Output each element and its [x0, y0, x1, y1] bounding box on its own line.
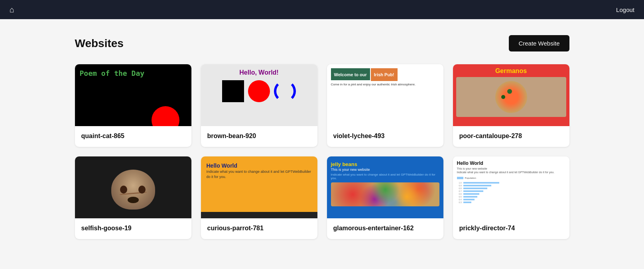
chart-bar: [463, 188, 487, 189]
header-green: Welcome to our: [331, 68, 370, 80]
card-name: prickly-director-74: [453, 218, 569, 239]
page-title: Websites: [75, 37, 124, 50]
card-preview: [75, 156, 191, 218]
card-preview: Hello World This is your new website Ind…: [453, 156, 569, 218]
preview-title: Hello, World!: [239, 69, 278, 76]
preview-title: Germanos: [495, 67, 527, 75]
shape-blue-bracket: [274, 80, 296, 102]
website-card-selfish-goose-19[interactable]: selfish-goose-19: [75, 156, 191, 239]
preview-shapes: [222, 80, 296, 102]
chart-row: 0.8: [457, 187, 565, 190]
chart-bar: [463, 185, 491, 186]
main-content: Websites Create Website Poem of the Day …: [43, 19, 601, 255]
chart-bar: [463, 202, 471, 203]
navbar: ⌂ Logout: [0, 0, 644, 19]
website-card-poor-cantaloupe-278[interactable]: Germanos poor-cantaloupe-278: [453, 64, 569, 147]
chart-bars: 1.0 0.9 0.8 0.7 0.6 0.5 0.4 0.3: [457, 182, 565, 204]
preview-title: Poem of the Day: [80, 69, 187, 77]
preview-text: This is your new website: [457, 167, 565, 170]
chart-legend-label: Population: [465, 177, 476, 179]
logout-button[interactable]: Logout: [616, 6, 634, 13]
preview-pizza: [456, 77, 566, 117]
preview-text: Indicate what you want to change about i…: [207, 169, 312, 179]
page-header: Websites Create Website: [75, 35, 569, 51]
pug-face: [111, 162, 155, 214]
preview-title-part2: Irish Pub!: [374, 72, 394, 77]
preview-glamorous: jelly beans This is your new website Ind…: [327, 156, 443, 218]
card-name: poor-cantaloupe-278: [453, 126, 569, 147]
home-icon[interactable]: ⌂: [10, 5, 14, 14]
pug-eye-left: [120, 186, 127, 194]
preview-circle: [152, 106, 179, 126]
chart-legend-color: [457, 177, 463, 179]
chart-bar: [463, 190, 483, 192]
card-preview: jelly beans This is your new website Ind…: [327, 156, 443, 218]
preview-title: jelly beans: [331, 161, 357, 167]
website-card-violet-lychee-493[interactable]: Welcome to our Irish Pub! Come in for a …: [327, 64, 443, 147]
preview-bar: [201, 212, 317, 218]
card-name: violet-lychee-493: [327, 126, 443, 147]
create-website-button[interactable]: Create Website: [509, 35, 569, 51]
preview-brown: Hello, World!: [201, 64, 317, 126]
card-name: curious-parrot-781: [201, 218, 317, 239]
preview-curious: Hello World Indicate what you want to ch…: [201, 156, 317, 218]
website-card-quaint-cat-865[interactable]: Poem of the Day quaint-cat-865: [75, 64, 191, 147]
header-row: Welcome to our Irish Pub!: [331, 68, 439, 81]
chart-row: 0.5: [457, 196, 565, 198]
header-orange: Irish Pub!: [371, 68, 398, 81]
preview-selfish: [75, 156, 191, 218]
card-name: brown-bean-920: [201, 126, 317, 147]
pug-eye-right: [138, 186, 146, 194]
preview-title: Hello World: [207, 162, 238, 169]
chart-bar: [463, 182, 499, 184]
website-card-curious-parrot-781[interactable]: Hello World Indicate what you want to ch…: [201, 156, 317, 239]
preview-violet: Welcome to our Irish Pub! Come in for a …: [327, 64, 443, 126]
preview-text2: Indicate what you want to change about i…: [457, 171, 565, 174]
preview-text: Indicate what you want to change about i…: [331, 173, 439, 180]
chart-bar: [463, 193, 479, 195]
shape-black-rect: [222, 80, 244, 102]
preview-title-part1: Welcome to our: [334, 72, 367, 77]
chart-bar: [463, 196, 477, 198]
website-card-glamorous-entertainer-162[interactable]: jelly beans This is your new website Ind…: [327, 156, 443, 239]
preview-title: Hello World: [457, 160, 565, 166]
chart-row: 0.6: [457, 193, 565, 195]
preview-prickly: Hello World This is your new website Ind…: [453, 156, 569, 218]
card-preview: Welcome to our Irish Pub! Come in for a …: [327, 64, 443, 126]
card-preview: Hello World Indicate what you want to ch…: [201, 156, 317, 218]
jelly-beans-image: [331, 182, 439, 206]
preview-quaint: Poem of the Day: [75, 64, 191, 126]
chart-legend: Population: [457, 177, 565, 179]
chart-row: 0.3: [457, 201, 565, 204]
chart-row: 0.4: [457, 198, 565, 201]
preview-subtitle: This is your new website: [331, 168, 439, 172]
website-card-prickly-director-74[interactable]: Hello World This is your new website Ind…: [453, 156, 569, 239]
pizza-visual: [495, 81, 527, 113]
card-preview: Poem of the Day: [75, 64, 191, 126]
card-preview: Hello, World!: [201, 64, 317, 126]
website-card-brown-bean-920[interactable]: Hello, World! brown-bean-920: [201, 64, 317, 147]
pizza-topping-1: [507, 89, 512, 94]
websites-grid: Poem of the Day quaint-cat-865 Hello, Wo…: [75, 64, 569, 239]
preview-poor: Germanos: [453, 64, 569, 126]
chart-bar: [463, 199, 475, 200]
pug-head: [111, 170, 155, 210]
card-preview: Germanos: [453, 64, 569, 126]
pug-nose: [128, 197, 139, 203]
chart-row: 1.0: [457, 182, 565, 184]
pizza-topping-2: [501, 95, 505, 99]
shape-red-circle: [248, 80, 270, 102]
mini-chart: Population 1.0 0.9 0.8 0.7 0.6 0.5 0.4 0…: [457, 177, 565, 204]
card-name: selfish-goose-19: [75, 218, 191, 239]
card-name: glamorous-entertainer-162: [327, 218, 443, 239]
chart-row: 0.9: [457, 184, 565, 187]
card-name: quaint-cat-865: [75, 126, 191, 147]
chart-row: 0.7: [457, 190, 565, 192]
preview-subtitle: Come in for a pint and enjoy our authent…: [331, 83, 439, 86]
